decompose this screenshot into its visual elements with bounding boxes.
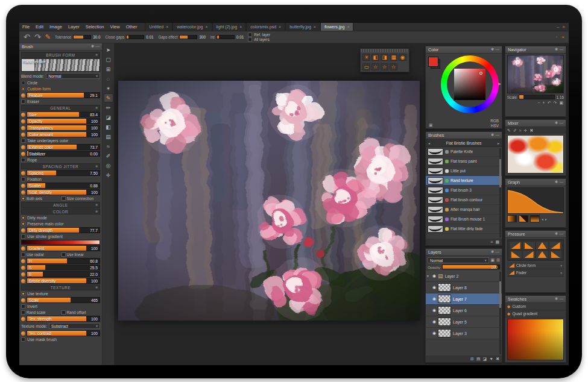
caret-icon[interactable]: ▾ <box>427 274 431 278</box>
mixer-smudge-icon[interactable]: ≈ <box>519 128 522 133</box>
panel-settings-icon[interactable]: ✱ <box>555 297 558 301</box>
slider-option-icon[interactable] <box>21 171 25 175</box>
slider-opacity[interactable]: Opacity100 <box>27 118 100 124</box>
scrollbar[interactable] <box>499 272 501 354</box>
layer-blend-select[interactable]: Normal ▾ <box>428 257 489 263</box>
checkbox-icon[interactable] <box>248 33 252 37</box>
panel-settings-icon[interactable]: ✱ <box>555 232 558 236</box>
checkbox-icon[interactable] <box>62 196 66 201</box>
layer-item-layer-6[interactable]: ◉Layer 6 <box>426 305 502 316</box>
panel-collapse-icon[interactable]: — <box>560 297 564 301</box>
window-minimize-icon[interactable]: – <box>557 24 559 30</box>
move-tool[interactable]: ➤ <box>104 45 113 54</box>
window-close-icon[interactable]: × <box>562 24 565 30</box>
slider-option-icon[interactable] <box>21 126 25 130</box>
color-expand-icon[interactable]: ▶ <box>498 81 501 86</box>
slider-option-icon[interactable] <box>21 145 25 149</box>
brush-item-flat-brush-contour[interactable]: Flat brush contour <box>426 195 502 205</box>
navigator-thumbnail[interactable] <box>507 55 564 93</box>
tab-close-icon[interactable]: × <box>279 25 281 29</box>
tab-colorsmix-psd[interactable]: colorsmix.psd× <box>246 23 285 31</box>
panel-settings-icon[interactable]: ✱ <box>91 45 94 49</box>
slider-option-icon[interactable] <box>21 93 25 98</box>
brush-item-flat-trans-paint[interactable]: Flat trans paint <box>426 157 502 166</box>
tab-close-icon[interactable]: × <box>205 25 207 29</box>
kaleidoscope-icon[interactable]: ▦ <box>390 54 397 61</box>
radio-circle[interactable]: Circle <box>21 80 100 86</box>
toolbar-options-icon[interactable]: ◦ <box>555 34 557 40</box>
slider-scat-density[interactable]: Scat. density100 <box>27 189 100 195</box>
panel-collapse-icon[interactable]: — <box>96 45 100 49</box>
panel-collapse-icon[interactable]: — <box>560 232 564 236</box>
brush-texture-preview[interactable]: Rand texture <box>21 58 100 72</box>
slider-option-icon[interactable] <box>21 119 25 124</box>
swatch-option-quad-gradient[interactable]: ◆Quad gradient <box>505 310 566 318</box>
slider-size[interactable]: Size83.4 <box>27 111 100 117</box>
zoom-tool[interactable]: ◎ <box>104 161 113 170</box>
brush-item-palette-knife[interactable]: Palette Knife <box>426 147 502 157</box>
slider-option-icon[interactable] <box>21 184 25 188</box>
next-category-icon[interactable]: ▸ <box>498 141 499 145</box>
delete-layer-icon[interactable]: ✖ <box>496 357 499 361</box>
slider-h[interactable]: H60.8 <box>27 258 100 264</box>
pressure-preset-ramp-down[interactable] <box>549 251 561 258</box>
new-layer-icon[interactable]: ⊞ <box>470 357 474 361</box>
panel-settings-icon[interactable]: ✱ <box>491 250 494 254</box>
pressure-preset-peak[interactable] <box>536 242 548 249</box>
brush-category-selector[interactable]: ◂ Flat Bristle Brushes ▸ <box>426 139 502 147</box>
slider-option-icon[interactable] <box>21 152 25 156</box>
tab-flowers-jpg[interactable]: flowers.jpg× <box>320 23 354 31</box>
visibility-icon[interactable]: ◉ <box>432 308 436 313</box>
checkbox-icon[interactable] <box>21 304 25 308</box>
visibility-icon[interactable]: ◉ <box>432 285 436 290</box>
pressure-preset-peak[interactable] <box>536 251 548 258</box>
slider-gradient[interactable]: Gradient100 <box>27 245 100 251</box>
slider-tex-contrast[interactable]: Tex. contrast100 <box>27 330 100 336</box>
check-size-connection[interactable]: Size connection <box>62 196 101 201</box>
mirror-vertical-icon[interactable]: ◨ <box>381 54 388 61</box>
checkbox-icon[interactable] <box>62 252 66 257</box>
section-gear-icon[interactable]: ✱ <box>95 164 98 168</box>
lasso-tool[interactable]: ◌ <box>104 74 113 83</box>
slider-option-icon[interactable] <box>21 317 25 321</box>
section-gear-icon[interactable]: ✱ <box>95 210 98 213</box>
panel-collapse-icon[interactable]: — <box>496 48 500 52</box>
rotate-right-icon[interactable]: ↷ <box>554 101 557 105</box>
field-slider-tolerance[interactable] <box>73 35 91 39</box>
menu-item-edit[interactable]: Edit <box>33 24 46 30</box>
slider-s[interactable]: S25.5 <box>27 265 100 271</box>
panel-settings-icon[interactable]: ✱ <box>491 48 494 52</box>
smudge-tool[interactable]: ≈ <box>104 142 113 151</box>
check-use-mask-brush[interactable]: Use mask brush <box>21 337 100 342</box>
zoom-out-icon[interactable]: − <box>537 101 540 105</box>
slider-tex-strength[interactable]: Tex. strength100 <box>27 316 100 322</box>
scale-slider[interactable] <box>519 95 555 99</box>
panel-settings-icon[interactable]: ✱ <box>555 121 558 125</box>
section-gear-icon[interactable]: ✱ <box>95 106 98 110</box>
slider-option-icon[interactable] <box>21 279 25 283</box>
favorite-icon-3[interactable]: ☆ <box>390 63 397 70</box>
check-eraser[interactable]: Eraser <box>21 99 100 104</box>
hsv-label[interactable]: HSV <box>490 124 499 128</box>
panel-settings-icon[interactable]: ✱ <box>555 180 558 184</box>
tab-watercolor-jpg[interactable]: watercolor.jpg× <box>172 23 212 31</box>
mixer-brush-icon[interactable]: ✎ <box>507 128 511 133</box>
canvas[interactable] <box>118 81 420 321</box>
check-invert[interactable]: Invert <box>21 304 100 309</box>
slider-option-icon[interactable] <box>21 133 25 137</box>
pressure-preset-ramp-down[interactable] <box>523 242 535 249</box>
slider-option-icon[interactable] <box>21 272 25 277</box>
fit-view-icon[interactable]: ▣ <box>559 101 563 105</box>
pressure-preset-ramp-up[interactable] <box>549 242 561 249</box>
menu-item-selection[interactable]: Selection <box>83 24 107 30</box>
check-use-stroke-gradient[interactable]: Use stroke gradient <box>21 234 100 239</box>
toolbar-close-icon[interactable]: × <box>561 34 564 40</box>
curve-preset-3[interactable] <box>530 215 540 222</box>
checkbox-icon[interactable] <box>21 292 25 296</box>
menu-item-layer[interactable]: Layer <box>65 24 83 30</box>
pressure-item-fader[interactable]: Fader▾ <box>507 269 564 277</box>
layer-mask-icon[interactable]: ◪ <box>483 357 487 361</box>
tab-butterfly-jpg[interactable]: butterfly.jpg× <box>285 23 320 31</box>
menu-item-other[interactable]: Other <box>123 24 141 30</box>
stroke-gradient-preview[interactable] <box>21 240 100 245</box>
